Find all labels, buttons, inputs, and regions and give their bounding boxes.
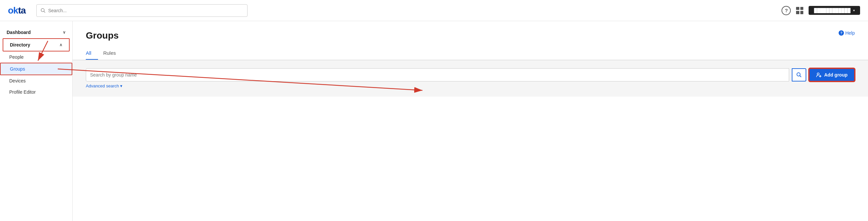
add-group-label: Add group bbox=[824, 72, 847, 77]
page-header: Groups ? Help bbox=[72, 21, 868, 46]
sidebar: Dashboard ∨ Directory ∧ People Groups De… bbox=[0, 21, 72, 221]
search-button[interactable] bbox=[792, 68, 806, 82]
advanced-search-caret: ▾ bbox=[120, 84, 122, 88]
sidebar-item-people[interactable]: People bbox=[0, 52, 72, 63]
sidebar-dashboard-label: Dashboard bbox=[7, 30, 31, 35]
help-icon[interactable]: ? bbox=[781, 6, 791, 15]
sidebar-directory[interactable]: Directory ∧ bbox=[3, 38, 70, 52]
help-link-icon: ? bbox=[839, 30, 844, 36]
main-content: Groups ? Help All Rules bbox=[72, 21, 868, 221]
advanced-search-link[interactable]: Advanced search ▾ bbox=[86, 84, 122, 88]
user-label: ████████████ bbox=[814, 8, 850, 13]
sidebar-item-devices-label: Devices bbox=[9, 78, 26, 84]
global-search-input[interactable] bbox=[48, 8, 243, 13]
page-title: Groups bbox=[86, 30, 119, 41]
advanced-search-label: Advanced search bbox=[86, 84, 119, 88]
tab-rules-label: Rules bbox=[103, 50, 116, 56]
chevron-down-icon: ▾ bbox=[853, 8, 855, 12]
tab-all-label: All bbox=[86, 50, 91, 56]
help-link-label: Help bbox=[845, 30, 855, 36]
global-search-bar[interactable] bbox=[36, 4, 248, 17]
logo: okta bbox=[8, 5, 26, 16]
help-link[interactable]: ? Help bbox=[839, 30, 855, 36]
tab-all[interactable]: All bbox=[86, 46, 98, 60]
sidebar-item-devices[interactable]: Devices bbox=[0, 75, 72, 87]
sidebar-item-groups-label: Groups bbox=[10, 66, 25, 71]
sidebar-item-groups[interactable]: Groups bbox=[0, 63, 72, 75]
svg-point-4 bbox=[817, 73, 819, 75]
svg-line-3 bbox=[800, 76, 801, 77]
tabs: All Rules bbox=[72, 46, 868, 60]
logo-text: okta bbox=[8, 5, 26, 16]
search-icon bbox=[796, 72, 802, 77]
search-icon bbox=[40, 8, 45, 13]
search-area: Add group Advanced search ▾ bbox=[72, 60, 868, 97]
sidebar-item-profile-editor-label: Profile Editor bbox=[9, 89, 36, 95]
svg-line-1 bbox=[44, 11, 45, 12]
sidebar-item-people-label: People bbox=[9, 55, 24, 60]
apps-grid-icon[interactable] bbox=[796, 7, 803, 14]
main-layout: Dashboard ∨ Directory ∧ People Groups De… bbox=[0, 21, 868, 221]
sidebar-item-profile-editor[interactable]: Profile Editor bbox=[0, 87, 72, 98]
chevron-down-icon: ∨ bbox=[63, 30, 66, 35]
sidebar-section-directory: Directory ∧ People Groups Devices Profil… bbox=[0, 38, 72, 98]
add-group-button[interactable]: Add group bbox=[809, 68, 855, 82]
search-row: Add group bbox=[86, 68, 855, 82]
user-menu[interactable]: ████████████ ▾ bbox=[809, 6, 860, 15]
sidebar-directory-label: Directory bbox=[10, 42, 30, 48]
topnav-right: ? ████████████ ▾ bbox=[781, 6, 860, 15]
sidebar-dashboard[interactable]: Dashboard ∨ bbox=[0, 26, 72, 38]
sidebar-section-dashboard: Dashboard ∨ bbox=[0, 26, 72, 38]
chevron-up-icon: ∧ bbox=[59, 42, 62, 47]
tab-rules[interactable]: Rules bbox=[103, 46, 122, 60]
topnav: okta ? ████████████ ▾ bbox=[0, 0, 868, 21]
add-group-icon bbox=[816, 72, 822, 77]
group-search-input[interactable] bbox=[86, 68, 789, 82]
